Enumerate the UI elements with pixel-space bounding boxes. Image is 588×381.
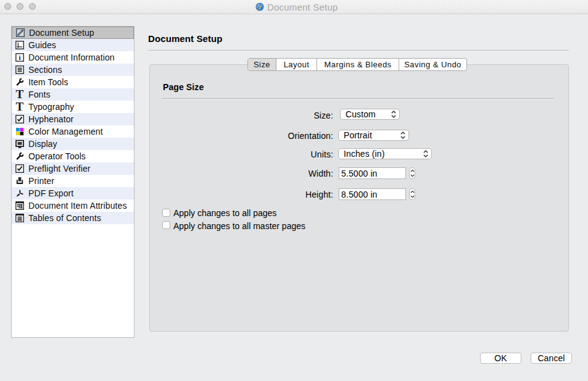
svg-text:i: i (19, 54, 20, 61)
svg-text:T: T (16, 103, 24, 111)
svg-text:T: T (16, 90, 24, 99)
